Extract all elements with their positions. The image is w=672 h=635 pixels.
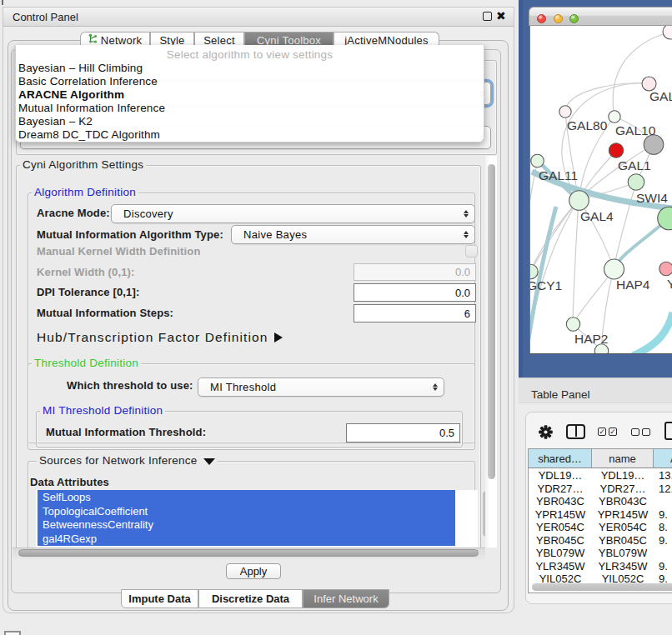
data-attributes-list[interactable]: SelfLoopsTopologicalCoefficientBetweenne… [36,490,478,548]
which-threshold-value: MI Threshold [210,378,276,396]
cell-shared-name: YDL19… [529,469,592,482]
settings-form: Cyni Algorithm SettingsAlgorithm Definit… [12,155,485,548]
cell-name: YPR145W [592,508,654,522]
desktop-artifact-line [2,0,3,5]
popup-item[interactable]: Bayesian – Hill Climbing [18,62,143,74]
node-table: shared…nameA YDL19…YDL19…13.YDR27…YDR27…… [528,448,672,593]
mi-steps-field[interactable]: 6 [354,304,476,322]
network-node[interactable] [530,264,538,278]
popup-item[interactable]: Dream8 DC_TDC Algorithm [18,128,160,141]
network-node[interactable] [609,143,623,158]
popup-item[interactable]: Bayesian – K2 [18,115,93,128]
mi-algorithm-type-combobox[interactable]: Naive Bayes [231,225,475,244]
document-icon[interactable] [664,422,672,440]
tab-label: Infer Network [313,592,378,605]
network-node[interactable] [659,262,672,275]
cell-value: 8. [654,521,672,534]
table-row[interactable]: YDR27…YDR27…12. [529,482,672,496]
network-node-label: GCY1 [530,278,562,292]
cell-name: YBR045C [592,534,654,548]
table-row[interactable]: YBL079WYBL079W [529,547,672,560]
column-header-A[interactable]: A [654,449,672,468]
column-header-shared[interactable]: shared… [529,449,592,468]
checked-boxes-icon[interactable]: ✓ ✓ [598,428,618,436]
cell-shared-name: YLR345W [529,560,592,573]
minimized-window-icon[interactable] [4,631,21,635]
popup-item[interactable]: Mutual Information Inference [18,102,165,114]
cell-shared-name: YBR043C [529,495,592,508]
network-node[interactable] [569,191,589,211]
network-node-label: HAP2 [574,332,609,346]
network-node-label: GAL10 [615,123,656,138]
mi-threshold-definition-group-title: MI Threshold Definition [40,404,165,417]
column-header-name[interactable]: name [592,449,654,468]
cell-value [654,495,672,508]
table-row[interactable]: YER054CYER054C8. [529,521,672,534]
algorithm-definition-group-title: Algorithm Definition [32,186,138,198]
network-node[interactable] [566,318,579,331]
kernel-width-label: Kernel Width (0,1): [37,266,135,278]
tab-discretize-data[interactable]: Discretize Data [198,589,303,608]
settings-vscrollbar-thumb[interactable] [488,164,495,479]
mi-threshold-field[interactable]: 0.5 [346,423,460,442]
float-window-icon[interactable] [483,12,492,21]
mi-steps-label: Mutual Information Steps: [37,307,173,319]
hub-factor-section-label: Hub/Transcription Factor Definition [37,330,283,345]
network-node-label: HAP4 [616,278,650,292]
table-row[interactable]: YPR145WYPR145W9. [529,508,672,522]
split-panel-icon[interactable] [566,424,585,439]
network-icon [88,32,98,43]
network-node-label: GAL80 [567,118,608,132]
attribute-list-item[interactable]: TopologicalCoefficient [38,504,455,518]
mac-close-button[interactable] [537,14,546,23]
table-panel-title: Table Panel [531,388,590,401]
mi-algorithm-type-value: Naive Bayes [243,226,307,243]
table-row[interactable]: YDL19…YDL19…13. [529,469,672,482]
cell-value [654,547,672,560]
network-node[interactable] [531,154,544,168]
mac-zoom-button[interactable] [569,14,579,23]
close-panel-icon[interactable]: ✖ [496,9,506,22]
table-row[interactable]: YBR043CYBR043C [529,495,672,508]
cell-name: YLR345W [592,560,654,573]
attribute-list-item[interactable]: gal4RGexp [38,532,455,546]
table-hscrollbar-thumb[interactable] [532,583,672,591]
cell-name: YDL19… [592,469,654,482]
unchecked-boxes-icon[interactable] [631,428,651,436]
tab-infer-network[interactable]: Infer Network [303,589,389,608]
network-node[interactable] [609,111,620,122]
attribute-list-item[interactable]: BetweennessCentrality [38,518,455,532]
dpi-tolerance-field[interactable]: 0.0 [354,283,476,302]
cell-shared-name: YPR145W [529,508,592,522]
control-panel-titlebar[interactable] [3,7,514,27]
settings-hscrollbar-thumb[interactable] [18,549,479,557]
network-view-canvas[interactable]: GAL2GAL80GAL10GAL1GAL11SWI4GAL4GCY1HAP4Y… [529,26,672,354]
table-row[interactable]: YBR045CYBR045C9. [529,534,672,548]
network-node[interactable] [644,135,664,155]
tab-label: Impute Data [128,592,190,605]
which-threshold-combobox[interactable]: MI Threshold [198,378,444,397]
gear-icon[interactable] [538,424,554,440]
tab-impute-data[interactable]: Impute Data [121,589,198,608]
attribute-list-item[interactable]: SelfLoops [38,490,455,504]
cell-shared-name: YER054C [529,521,592,534]
aracne-mode-combobox[interactable]: Discovery [111,204,475,223]
network-window-titlebar[interactable] [529,7,672,26]
network-node[interactable] [663,26,672,39]
cyni-algorithm-settings-group-title: Cyni Algorithm Settings [20,158,146,171]
network-node-label: Y [667,277,672,291]
apply-button[interactable]: Apply [226,563,281,579]
network-node[interactable] [604,259,624,279]
network-node[interactable] [559,106,571,118]
popup-item[interactable]: Basic Correlation Inference [18,75,158,88]
popup-item[interactable]: ARACNE Algorithm [18,88,124,101]
cell-value: 12. [654,482,672,496]
expand-right-icon[interactable] [274,332,283,342]
combo-arrows-icon [433,378,438,396]
table-row[interactable]: YLR345WYLR345W9. [529,560,672,573]
cell-value: 9. [654,508,672,522]
network-node[interactable] [628,174,644,191]
mac-minimize-button[interactable] [554,14,563,23]
collapse-down-icon[interactable] [203,458,215,465]
control-panel-title: Control Panel [13,11,78,23]
